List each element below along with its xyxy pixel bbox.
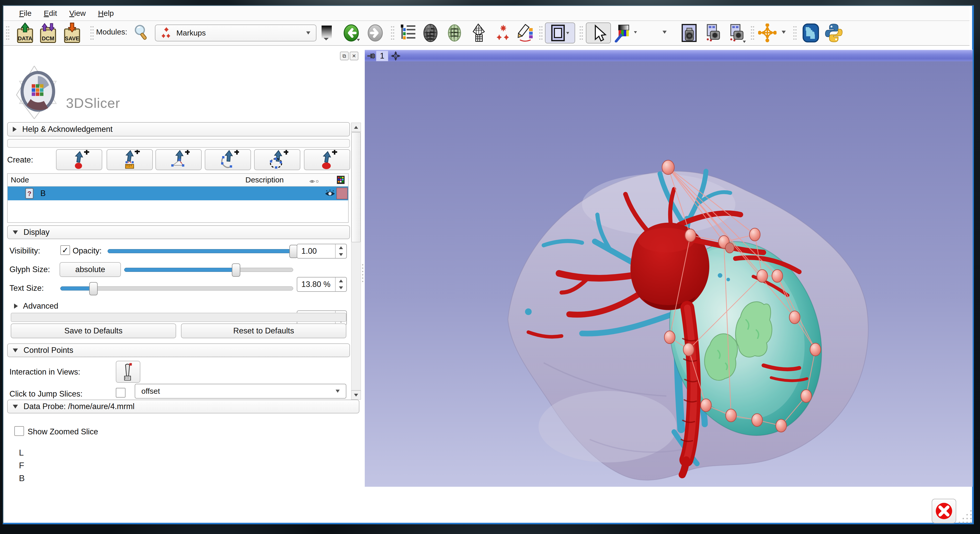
pin-icon[interactable] xyxy=(367,52,375,60)
subject-hierarchy-button[interactable] xyxy=(398,22,418,43)
slider-handle[interactable] xyxy=(89,282,98,296)
history-forward-button[interactable] xyxy=(365,22,385,43)
extensions-manager-button[interactable] xyxy=(800,22,821,43)
mouse-mode-chevron-icon[interactable] xyxy=(663,31,667,34)
close-icon: ✕ xyxy=(352,53,356,59)
help-header-label: Help & Acknowledgement xyxy=(22,125,113,134)
interaction-in-views-button[interactable] xyxy=(116,361,140,383)
show-zoomed-slice-checkbox[interactable] xyxy=(14,426,24,436)
menu-help[interactable]: Help xyxy=(92,9,119,17)
menu-edit[interactable]: Edit xyxy=(38,9,63,17)
python-console-button[interactable] xyxy=(824,22,844,43)
spin-buttons[interactable] xyxy=(335,244,346,258)
chevron-down-icon[interactable] xyxy=(634,31,637,33)
toolbar-grip[interactable] xyxy=(6,25,10,41)
toolbar-grip[interactable] xyxy=(391,25,395,41)
panel-float-button[interactable]: ⧉ xyxy=(340,52,348,60)
create-line-button[interactable] xyxy=(107,149,153,170)
annotations-button[interactable] xyxy=(515,22,536,43)
create-point-list-button[interactable] xyxy=(56,149,102,170)
toolbar-grip[interactable] xyxy=(539,25,542,41)
crosshair-chevron-icon[interactable] xyxy=(782,31,786,34)
toolbar-grip[interactable] xyxy=(751,25,754,41)
glyph-size-spinbox[interactable]: 13.80 % xyxy=(297,277,347,292)
advanced-section-header[interactable]: Advanced xyxy=(14,302,58,311)
window-level-button[interactable] xyxy=(321,25,333,42)
control-points-section-header[interactable]: Control Points xyxy=(7,343,350,357)
jump-slices-checkbox[interactable] xyxy=(116,388,126,397)
search-icon xyxy=(133,24,150,41)
jump-mode-combo[interactable]: offset xyxy=(135,384,346,399)
panel-splitter[interactable] xyxy=(361,263,364,284)
opacity-spinbox[interactable]: 1.00 xyxy=(297,244,347,259)
modules-label: Modules: xyxy=(96,28,127,36)
visibility-column-icon[interactable] xyxy=(309,177,320,186)
back-history-chevron-icon[interactable] xyxy=(357,39,360,41)
node-color-swatch[interactable] xyxy=(336,188,348,199)
panel-close-button[interactable]: ✕ xyxy=(350,52,358,60)
dicom-icon: DCM xyxy=(38,22,58,43)
visibility-checkbox[interactable]: ✓ xyxy=(60,245,70,255)
text-size-slider[interactable] xyxy=(60,282,293,294)
chevron-down-icon xyxy=(743,41,746,43)
scrollbar-thumb[interactable] xyxy=(352,132,361,242)
save-button[interactable]: SAVE xyxy=(62,22,82,43)
node-column-header[interactable]: Node xyxy=(11,176,29,184)
line-markup-icon xyxy=(119,150,141,169)
adjust-window-level-button[interactable] xyxy=(613,24,630,43)
scene-capture-icon xyxy=(704,24,721,43)
glyph-size-mode-button[interactable]: absolute xyxy=(60,262,121,277)
error-log-button[interactable] xyxy=(932,499,956,523)
create-plane-button[interactable] xyxy=(304,149,350,170)
scrollbar-up-button[interactable] xyxy=(351,122,361,132)
crosshair-icon xyxy=(758,24,776,43)
node-table-header: Node Description xyxy=(8,174,348,186)
dicom-button[interactable]: DCM xyxy=(38,22,58,43)
opacity-slider[interactable] xyxy=(108,245,293,257)
toolbar-grip[interactable] xyxy=(579,25,583,41)
menu-view[interactable]: View xyxy=(64,9,91,17)
scene-view-capture-button[interactable] xyxy=(702,22,723,43)
markups-toolbar-button[interactable] xyxy=(493,22,513,43)
spin-buttons[interactable] xyxy=(335,278,346,291)
create-open-curve-button[interactable] xyxy=(205,149,251,170)
save-to-defaults-button[interactable]: Save to Defaults xyxy=(11,323,176,338)
opacity-value: 1.00 xyxy=(301,246,317,256)
load-data-button[interactable]: DATA xyxy=(15,22,35,43)
toolbar-grip[interactable] xyxy=(793,25,797,41)
module-selector-combo[interactable]: Markups xyxy=(155,24,317,41)
reset-to-defaults-button[interactable]: Reset to Defaults xyxy=(181,323,346,338)
text-size-label: Text Size: xyxy=(10,284,44,293)
view3d-viewport[interactable] xyxy=(365,61,973,487)
volume-rendering-button[interactable] xyxy=(420,22,441,43)
view-controls-icon[interactable] xyxy=(391,51,401,62)
screenshot-button[interactable] xyxy=(679,22,699,43)
view3d-header-bar: 1 xyxy=(365,49,973,61)
glyph-mode-value: absolute xyxy=(75,265,105,274)
display-section-header[interactable]: Display xyxy=(7,226,350,239)
data-probe-section-header[interactable]: Data Probe: /home/aure/4.mrml xyxy=(7,400,360,413)
color-column-icon[interactable] xyxy=(336,175,345,186)
layout-selector-button[interactable] xyxy=(545,22,575,43)
spin-down-icon xyxy=(339,253,343,256)
description-column-header[interactable]: Description xyxy=(245,176,284,184)
scrollbar-down-button[interactable] xyxy=(351,390,361,400)
create-angle-button[interactable] xyxy=(156,149,202,170)
help-acknowledgement-header[interactable]: Help & Acknowledgement xyxy=(7,122,350,137)
mouse-interaction-button[interactable] xyxy=(586,22,611,43)
node-row-B[interactable]: ? B xyxy=(8,186,348,200)
glyph-size-slider[interactable] xyxy=(124,264,293,276)
cursor-arrow-icon xyxy=(590,24,606,42)
scene-views-button[interactable] xyxy=(726,22,746,43)
menu-file[interactable]: File xyxy=(14,9,37,17)
slider-fill xyxy=(124,268,236,272)
create-closed-curve-button[interactable] xyxy=(254,149,300,170)
module-search-button[interactable] xyxy=(133,24,150,42)
node-visibility-eye-icon[interactable] xyxy=(325,189,336,199)
toolbar-grip[interactable] xyxy=(90,25,94,41)
segmentation-button[interactable] xyxy=(444,22,465,43)
crosshair-button[interactable] xyxy=(757,22,778,43)
control-points-label: Control Points xyxy=(24,346,73,355)
transforms-button[interactable] xyxy=(468,22,489,43)
slider-handle[interactable] xyxy=(232,264,240,277)
